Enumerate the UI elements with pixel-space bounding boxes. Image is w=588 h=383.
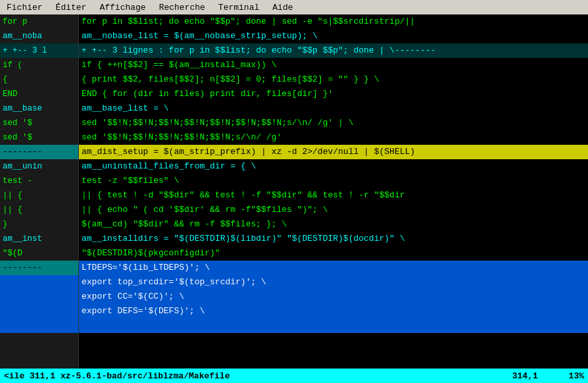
right-line: for p in $$list; do echo "$$p"; done | s… xyxy=(79,14,588,29)
left-line xyxy=(0,275,78,290)
right-line: END { for (dir in files) print dir, file… xyxy=(79,87,588,101)
left-line xyxy=(0,304,78,319)
right-line: LTDEPS='$(lib_LTDEPS)'; \ xyxy=(79,261,588,275)
right-line: { print $$2, files[$$2]; n[$$2] = 0; fil… xyxy=(79,72,588,87)
menu-recherche[interactable]: Recherche xyxy=(155,2,209,13)
statusbar: <ile 311,1 xz-5.6.1-bad/src/liblzma/Make… xyxy=(0,369,588,383)
left-line: sed '$ xyxy=(0,116,78,130)
left-line: test - xyxy=(0,174,78,188)
right-line: "$(DESTDIR)$(pkgconfigdir)" xyxy=(79,246,588,261)
right-line: $(am__cd) "$$dir" && rm -f $$files; }; \ xyxy=(79,217,588,232)
right-line: sed '$$!N;$$!N;$$!N;$$!N;$$!N;$$!N;$$!N;… xyxy=(79,116,588,130)
status-position: 314,1 13% xyxy=(512,371,584,381)
menu-affichage[interactable]: Affichage xyxy=(95,2,149,13)
right-line: am__uninstall_files_from_dir = { \ xyxy=(79,159,588,174)
right-line: am_dist_setup = $(am_strip_prefix) | xz … xyxy=(79,145,588,159)
left-line: am__unin xyxy=(0,159,78,174)
status-left: <ile 311,1 xyxy=(4,371,55,381)
left-line: sed '$ xyxy=(0,130,78,145)
right-line: am__installdirs = "$(DESTDIR)$(libdir)" … xyxy=(79,232,588,246)
right-line: sed '$$!N;$$!N;$$!N;$$!N;$$!N;s/\n/ /g' xyxy=(79,130,588,145)
left-line xyxy=(0,290,78,304)
right-line: || { echo " ( cd '$$dir' && rm -f"$$file… xyxy=(79,203,588,217)
right-line: + +-- 3 lignes : for p in $$list; do ech… xyxy=(79,43,588,58)
left-line: am__base xyxy=(0,101,78,116)
right-content[interactable]: for p in $$list; do echo "$$p"; done | s… xyxy=(79,14,588,369)
left-line: -------- xyxy=(0,145,78,159)
right-line: am__base_list = \ xyxy=(79,101,588,116)
left-line: -------- xyxy=(0,261,78,275)
menu-fichier[interactable]: Fichier xyxy=(3,2,47,13)
menubar: Fichier Éditer Affichage Recherche Termi… xyxy=(0,0,588,14)
menu-terminal[interactable]: Terminal xyxy=(214,2,263,13)
status-filename: xz-5.6.1-bad/src/liblzma/Makefile xyxy=(61,371,230,381)
left-line: } xyxy=(0,217,78,232)
right-line xyxy=(79,319,588,333)
left-line: for p xyxy=(0,14,78,29)
menu-aide[interactable]: Aide xyxy=(268,2,297,13)
left-line: + +-- 3 l xyxy=(0,43,78,58)
right-line: export top_srcdir='$(top_srcdir)'; \ xyxy=(79,275,588,290)
left-line: || { xyxy=(0,188,78,203)
left-line: "$(D xyxy=(0,246,78,261)
right-line: if { ++n[$$2] == $(am__install_max)) \ xyxy=(79,58,588,72)
left-line: am__noba xyxy=(0,29,78,43)
left-gutter: for pam__noba+ +-- 3 l if ( { ENDam__bas… xyxy=(0,14,79,369)
right-line: export CC='$(CC)'; \ xyxy=(79,290,588,304)
left-line: { xyxy=(0,72,78,87)
menu-editer[interactable]: Éditer xyxy=(52,2,91,13)
left-line: END xyxy=(0,87,78,101)
left-line: am__inst xyxy=(0,232,78,246)
right-line: am__nobase_list = $(am__nobase_strip_set… xyxy=(79,29,588,43)
left-line: if ( xyxy=(0,58,78,72)
editor-area: for pam__noba+ +-- 3 l if ( { ENDam__bas… xyxy=(0,14,588,369)
right-line: test -z "$$files" \ xyxy=(79,174,588,188)
right-line: || { test ! -d "$$dir" && test ! -f "$$d… xyxy=(79,188,588,203)
left-line xyxy=(0,319,78,333)
left-line: || { xyxy=(0,203,78,217)
right-line: export DEFS='$(DEFS)'; \ xyxy=(79,304,588,319)
